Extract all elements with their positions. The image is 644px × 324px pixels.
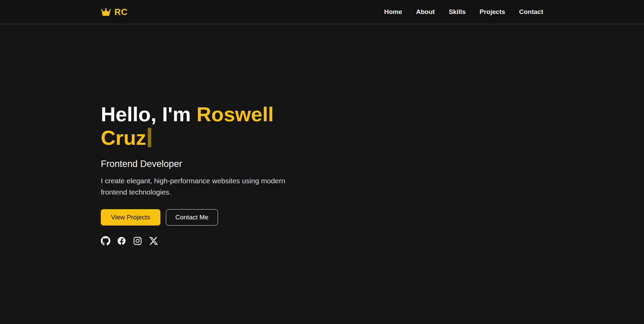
hero-heading: Hello, I'm Roswell Cruz — [101, 103, 297, 150]
contact-me-button[interactable]: Contact Me — [166, 209, 218, 226]
logo[interactable]: RC — [101, 7, 128, 17]
hero-section: Hello, I'm Roswell Cruz Frontend Develop… — [0, 24, 644, 324]
main-nav: Home About Skills Projects Contact — [384, 8, 543, 16]
nav-item-about[interactable]: About — [416, 8, 435, 16]
nav-item-projects[interactable]: Projects — [480, 8, 505, 16]
social-links — [101, 236, 543, 246]
typing-cursor — [148, 128, 151, 147]
hero-description: I create elegant, high-performance websi… — [101, 175, 307, 198]
x-twitter-icon — [149, 236, 158, 246]
hero-role: Frontend Developer — [101, 159, 543, 169]
hero-buttons: View Projects Contact Me — [101, 209, 543, 226]
view-projects-button[interactable]: View Projects — [101, 209, 160, 226]
facebook-link[interactable] — [117, 236, 126, 246]
instagram-link[interactable] — [133, 236, 142, 246]
nav-item-contact[interactable]: Contact — [519, 8, 543, 16]
instagram-icon — [133, 236, 142, 246]
github-icon — [101, 236, 110, 246]
crown-icon — [101, 7, 111, 16]
logo-text: RC — [114, 7, 128, 17]
x-twitter-link[interactable] — [149, 236, 158, 246]
site-header: RC Home About Skills Projects Contact — [0, 0, 644, 24]
nav-item-skills[interactable]: Skills — [449, 8, 466, 16]
hero-greeting: Hello, I'm — [101, 103, 191, 126]
github-link[interactable] — [101, 236, 110, 246]
facebook-icon — [117, 236, 126, 246]
nav-item-home[interactable]: Home — [384, 8, 402, 16]
